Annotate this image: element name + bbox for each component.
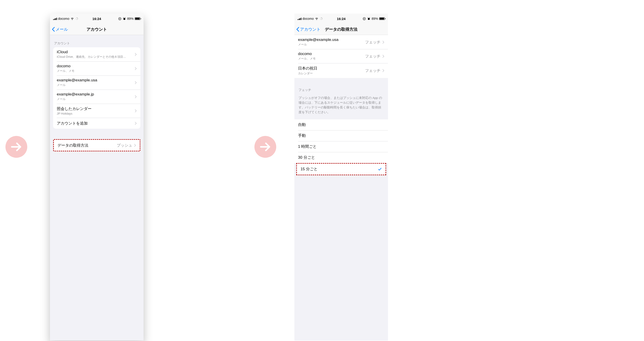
account-subtitle: メール、メモ bbox=[298, 57, 365, 61]
account-title: docomo bbox=[57, 64, 135, 69]
battery-icon bbox=[135, 17, 140, 20]
fetch-method-group: データの取得方法 プッシュ bbox=[53, 139, 140, 151]
chevron-right-icon bbox=[134, 144, 136, 147]
fetch-account-row[interactable]: 日本の祝日 カレンダー フェッチ bbox=[294, 63, 388, 78]
status-time: 16:24 bbox=[50, 17, 144, 21]
account-subtitle: メール bbox=[57, 97, 135, 101]
schedule-label: 30 分ごと bbox=[298, 155, 384, 160]
status-time: 16:24 bbox=[294, 17, 388, 21]
checkmark-icon bbox=[378, 167, 382, 171]
fetch-schedule-list: 自動 手動 1 時間ごと 30 分ごと bbox=[294, 119, 388, 163]
section-description-fetch: プッシュがオフの場合、またはプッシュに未対応の App の場合には、下にあるスケ… bbox=[294, 94, 388, 117]
account-title: example@example.usa bbox=[57, 78, 135, 83]
phone-screen-fetch: docomo 16:24 89% bbox=[294, 14, 388, 340]
fetch-account-row[interactable]: docomo メール、メモ フェッチ bbox=[294, 49, 388, 63]
fetch-method-row[interactable]: データの取得方法 プッシュ bbox=[54, 140, 140, 151]
account-title: 日本の祝日 bbox=[298, 66, 365, 71]
chevron-right-icon bbox=[135, 67, 137, 70]
phone-screen-accounts: docomo 16:24 89% bbox=[50, 14, 144, 340]
schedule-option-selected: 15 分ごと bbox=[296, 163, 386, 175]
section-header-accounts: アカウント bbox=[50, 35, 144, 47]
schedule-label: 15 分ごと bbox=[300, 166, 378, 172]
chevron-right-icon bbox=[382, 55, 384, 58]
account-title: 照会したカレンダー bbox=[57, 106, 135, 111]
accounts-list: iCloud iCloud Drive、連絡先、カレンダーとその他８項目… do… bbox=[53, 47, 140, 129]
status-bar: docomo 16:24 89% bbox=[294, 14, 388, 24]
account-fetch-value: フェッチ bbox=[365, 54, 380, 59]
chevron-right-icon bbox=[382, 41, 384, 44]
chevron-right-icon bbox=[135, 53, 137, 56]
account-row-icloud[interactable]: iCloud iCloud Drive、連絡先、カレンダーとその他８項目… bbox=[53, 47, 140, 61]
schedule-option-manual[interactable]: 手動 bbox=[294, 130, 388, 141]
account-title: example@example.jp bbox=[57, 92, 135, 97]
account-subtitle: メール bbox=[298, 43, 365, 47]
account-fetch-value: フェッチ bbox=[365, 68, 380, 73]
page-title: アカウント bbox=[50, 27, 144, 32]
schedule-label: 1 時間ごと bbox=[298, 144, 384, 149]
fetch-accounts-list: example@example.usa メール フェッチ docomo メール、… bbox=[294, 35, 388, 78]
add-account-row[interactable]: アカウントを追加 bbox=[53, 118, 140, 129]
account-row-example-usa[interactable]: example@example.usa メール bbox=[53, 76, 140, 90]
schedule-label: 自動 bbox=[298, 122, 384, 127]
chevron-right-icon bbox=[135, 81, 137, 84]
schedule-option-auto[interactable]: 自動 bbox=[294, 119, 388, 130]
account-row-example-jp[interactable]: example@example.jp メール bbox=[53, 90, 140, 104]
account-fetch-value: フェッチ bbox=[365, 40, 380, 45]
schedule-option-1hour[interactable]: 1 時間ごと bbox=[294, 141, 388, 152]
account-title: example@example.usa bbox=[298, 38, 365, 42]
nav-bar: アカウント データの取得方法 bbox=[294, 24, 388, 35]
chevron-right-icon bbox=[135, 122, 137, 125]
account-row-subscribed-calendar[interactable]: 照会したカレンダー JP Holidays bbox=[53, 104, 140, 118]
fetch-method-title: データの取得方法 bbox=[58, 143, 117, 148]
schedule-option-15min[interactable]: 15 分ごと bbox=[297, 164, 386, 175]
account-subtitle: メール、メモ bbox=[57, 69, 135, 73]
account-subtitle: iCloud Drive、連絡先、カレンダーとその他８項目… bbox=[57, 55, 135, 59]
battery-icon bbox=[379, 17, 385, 20]
account-row-docomo[interactable]: docomo メール、メモ bbox=[53, 61, 140, 76]
account-title: iCloud bbox=[57, 50, 135, 54]
chevron-right-icon bbox=[135, 95, 137, 98]
schedule-label: 手動 bbox=[298, 133, 384, 138]
status-bar: docomo 16:24 89% bbox=[50, 14, 144, 24]
account-subtitle: メール bbox=[57, 83, 135, 87]
chevron-right-icon bbox=[382, 69, 384, 72]
account-subtitle: JP Holidays bbox=[57, 112, 135, 115]
account-title: docomo bbox=[298, 52, 365, 56]
nav-bar: メール アカウント bbox=[50, 24, 144, 35]
fetch-account-row[interactable]: example@example.usa メール フェッチ bbox=[294, 35, 388, 49]
account-subtitle: カレンダー bbox=[298, 71, 365, 76]
arrow-indicator-1 bbox=[6, 136, 27, 158]
add-account-label: アカウントを追加 bbox=[57, 121, 135, 126]
schedule-option-30min[interactable]: 30 分ごと bbox=[294, 152, 388, 163]
arrow-indicator-2 bbox=[254, 136, 276, 158]
chevron-right-icon bbox=[135, 109, 137, 113]
section-header-fetch: フェッチ bbox=[294, 78, 388, 94]
page-title: データの取得方法 bbox=[294, 27, 388, 32]
fetch-method-value: プッシュ bbox=[117, 143, 132, 148]
